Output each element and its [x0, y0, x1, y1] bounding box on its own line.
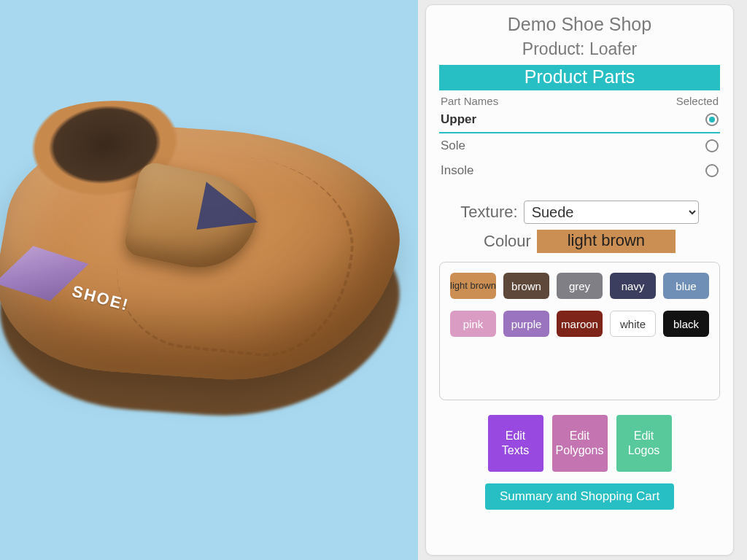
edit-button-edit-polygons[interactable]: Edit Polygons [552, 415, 608, 472]
colour-swatch-blue[interactable]: blue [663, 273, 709, 299]
part-radio-upper[interactable] [705, 113, 719, 126]
colour-swatch-pink[interactable]: pink [450, 311, 496, 337]
edit-button-edit-logos[interactable]: Edit Logos [616, 415, 672, 472]
colour-swatch-light-brown[interactable]: light brown [450, 273, 496, 299]
shop-title: Demo Shoe Shop [439, 14, 720, 35]
colour-swatch-box: light brownbrowngreynavyblue pinkpurplem… [439, 262, 720, 400]
part-label: Sole [441, 139, 465, 153]
shoe-model[interactable]: SHOE! [0, 79, 418, 462]
colour-label: Colour [484, 232, 531, 251]
part-radio-sole[interactable] [705, 139, 719, 152]
part-row-upper[interactable]: Upper [439, 107, 720, 133]
colour-current-chip: light brown [537, 230, 676, 253]
texture-label: Texture: [460, 203, 517, 222]
parts-table-header: Part Names Selected [439, 95, 720, 107]
config-panel-wrap: Demo Shoe Shop Product: Loafer Product P… [418, 0, 747, 560]
edit-button-edit-texts[interactable]: Edit Texts [488, 415, 543, 472]
parts-col-selected: Selected [676, 95, 719, 107]
colour-swatch-purple[interactable]: purple [503, 311, 549, 337]
part-row-sole[interactable]: Sole [439, 133, 720, 158]
colour-field: Colour light brown [439, 230, 720, 253]
colour-swatch-brown[interactable]: brown [503, 273, 549, 299]
colour-swatch-black[interactable]: black [663, 311, 709, 337]
colour-swatch-navy[interactable]: navy [610, 273, 656, 299]
parts-col-name: Part Names [441, 95, 498, 107]
swatch-row-1: light brownbrowngreynavyblue [450, 273, 709, 299]
summary-cart-button[interactable]: Summary and Shopping Cart [485, 483, 674, 510]
part-label: Insole [441, 163, 473, 178]
part-radio-insole[interactable] [705, 164, 719, 177]
product-3d-viewport[interactable]: SHOE! [0, 0, 418, 560]
swatch-row-2: pinkpurplemaroonwhiteblack [450, 311, 709, 337]
texture-select[interactable]: Suede [524, 201, 699, 224]
config-panel: Demo Shoe Shop Product: Loafer Product P… [425, 4, 734, 556]
section-title-bar: Product Parts [439, 65, 720, 90]
edit-buttons-row: Edit TextsEdit PolygonsEdit Logos [439, 415, 720, 472]
texture-field: Texture: Suede [439, 201, 720, 224]
colour-swatch-grey[interactable]: grey [557, 273, 603, 299]
part-row-insole[interactable]: Insole [439, 158, 720, 183]
colour-swatch-white[interactable]: white [610, 311, 656, 337]
colour-swatch-maroon[interactable]: maroon [557, 311, 603, 337]
part-label: Upper [441, 112, 476, 127]
product-title: Product: Loafer [439, 39, 720, 59]
